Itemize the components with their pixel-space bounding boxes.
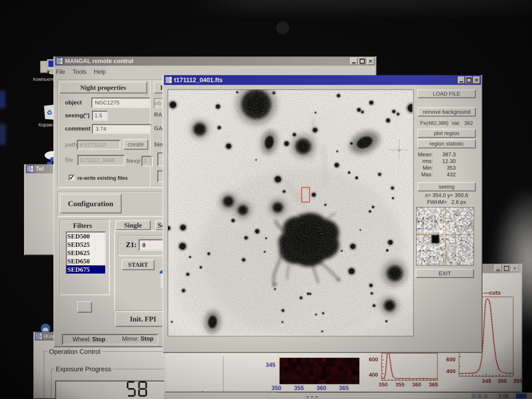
tel-window-titlebar[interactable]: Tel [25,164,53,173]
create-button[interactable]: create [123,139,148,150]
plot-xtick: 350 [498,378,507,384]
filter-item-sed625[interactable]: SED625 [66,249,105,257]
hidden-ra-label: RA [154,111,162,118]
heatmap-xtick: 350 [272,385,281,392]
stat-row: Min:353 [418,165,458,171]
rewrite-check-mark: ✓ [69,174,75,181]
fits-window-buttons: × [458,76,480,84]
plot-xtick: 350 [379,381,388,388]
region-statistic-button[interactable]: region statistic [418,139,476,148]
comment-label: comment [65,125,91,132]
cuts-window-buttons: × [494,265,519,272]
tray-icon-2[interactable] [478,394,482,398]
rewrite-checkbox[interactable]: ✓ [69,175,75,181]
heatmap-xtick: 355 [294,385,304,392]
plot-xtick: 360 [412,381,421,388]
cuts-close-button[interactable]: × [511,265,519,272]
menu-help[interactable]: Help [94,69,106,75]
thumbnail-crosshair-h [417,234,474,235]
fits-titlebar[interactable]: t171112_0401.fts × [164,75,481,85]
taskbar: 3:05 [164,393,532,399]
menu-file[interactable]: File [56,69,65,75]
mangal-titlebar[interactable]: MANGAL remote control × [55,57,375,66]
tray-icon-3[interactable] [484,394,488,398]
mangal-menubar: File Tools Help [56,68,106,76]
fits-viewer-window: t171112_0401.fts × LOAD FILE remove back… [163,75,482,353]
region-heatmap [279,358,359,384]
cut-plot-middle [381,353,438,380]
fits-maximize-button[interactable] [466,76,472,84]
heatmap-ylabel: 345 [266,361,275,368]
plot-right-ytick-400: 400 [446,368,456,374]
filter-item-sed500[interactable]: SED500 [66,232,105,241]
plot-region-button[interactable]: plot region [418,129,476,138]
plot-mid-ytick-600: 600 [369,356,378,363]
bezel-top-band [187,0,532,18]
heatmap-xtick: 360 [317,385,326,392]
nexp-label: Nexp [127,158,140,164]
reflection-blue-2 [0,124,6,145]
mangal-maximize-button[interactable] [358,57,366,65]
fits-image-canvas[interactable] [168,89,413,336]
thumbnail-crosshair-v [446,208,446,265]
filters-listbox[interactable]: SED500SED525SED625SED650SED675 [66,231,106,274]
night-properties-button[interactable]: Night properties [59,82,147,93]
mangal-window-buttons: × [350,57,374,65]
cuts-legend: —cuts [483,290,501,296]
cuts-splitter[interactable] [223,357,224,393]
plot-right-ytick-600: 600 [446,356,456,363]
cuts-splitter-2 [202,391,203,393]
tray-icon-1[interactable] [472,394,476,398]
filters-header: Filters [73,222,92,229]
seeing-zoom-thumbnail [416,207,474,266]
fits-window-icon [165,76,172,84]
start-button[interactable]: START [122,259,154,270]
filter-item-sed675[interactable]: SED675 [66,265,105,274]
mirror-value: Stop [140,335,153,342]
remove-background-button[interactable]: remove background [418,107,476,117]
operation-control-label: Operation Control [47,348,102,355]
filters-group: Filters SED500SED525SED625SED650SED675 [60,220,109,295]
tab-single[interactable]: Single [115,220,151,230]
exit-button[interactable]: EXIT [416,269,474,278]
plot-right-xticks: 345350355 [459,378,513,384]
seeing-label: seeing(") [65,112,90,119]
stat-row: Max:432 [418,171,458,178]
tel-window-icon [26,165,34,172]
hidden-ga-label: GA [154,125,163,132]
stat-row: rms:12.30 [418,158,458,165]
heatmap-xticks: 350355360365 [270,385,368,391]
tray-blue-icon[interactable] [516,394,527,399]
my-computer-icon [40,61,48,73]
hidden-bin-label: bin [154,141,163,148]
filter-item-sed650[interactable]: SED650 [66,257,105,265]
my-computer-label[interactable]: Компьютер [33,77,53,82]
mangal-title: MANGAL remote control [65,58,133,64]
load-file-button[interactable]: LOAD FILE [418,89,476,98]
fits-minimize-button[interactable] [458,76,465,84]
object-field[interactable]: NGC1275 [91,97,150,108]
z1-label: Z1: [126,241,137,249]
configuration-button[interactable]: Configuration [60,194,122,213]
small-blank-button[interactable] [77,301,92,313]
plot-xtick: 355 [513,378,523,384]
fits-close-button[interactable]: × [473,76,480,84]
seeing-field[interactable]: 1.5 [92,111,108,120]
exposure-countdown-display [127,381,148,397]
filter-item-sed525[interactable]: SED525 [66,241,105,249]
comment-field[interactable]: 3.74 [92,124,152,134]
ikon-window-icon [35,333,42,340]
taskbar-quicklaunch-marks [306,396,319,398]
menu-tools[interactable]: Tools [73,69,86,75]
recycle-bin-label[interactable]: Корзина [38,122,53,128]
mangal-minimize-button[interactable] [350,57,358,65]
thumbnail-star [431,235,439,243]
rewrite-label: re-write existing files [77,175,128,181]
path-field: e:\t171112\ [77,140,120,150]
plot-mid-xticks: 350355360365 [381,381,438,388]
seeing-button[interactable]: seeing [418,182,476,191]
mangal-window-icon [56,57,63,65]
cuts-minimize-button[interactable] [494,265,502,272]
mangal-close-button[interactable]: × [367,57,374,65]
cuts-maximize-button[interactable] [503,265,510,272]
